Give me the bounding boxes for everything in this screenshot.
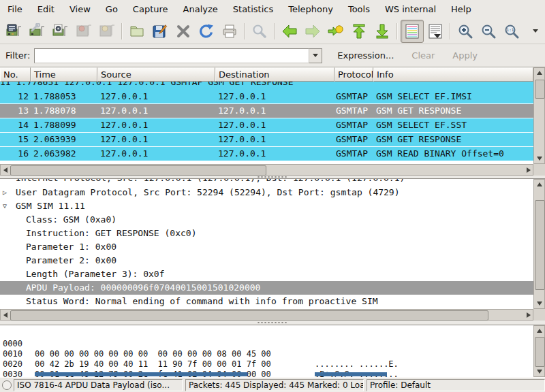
scroll-left-icon[interactable] [1, 310, 10, 320]
menu-analyze[interactable]: Analyze [176, 1, 225, 17]
expander-collapsed-icon[interactable]: ▷ [3, 186, 12, 199]
details-hscrollbar[interactable] [0, 309, 533, 321]
hex-row[interactable]: 0010 00 42 2b 19 40 00 40 11 11 90 7f 00… [0, 339, 533, 349]
reload-icon[interactable] [195, 20, 218, 43]
detail-row-status-word[interactable]: Status Word: Normal ending of command wi… [0, 295, 533, 308]
detail-row-class[interactable]: Class: GSM (0xa0) [0, 213, 533, 227]
column-header-destination[interactable]: Destination [215, 67, 334, 82]
detail-row-apdu-payload-selected[interactable]: APDU Payload: 000000096f0704001500150102… [0, 281, 533, 295]
capture-options-icon[interactable] [26, 20, 49, 43]
detail-row-parameter1[interactable]: Parameter 1: 0x00 [0, 240, 533, 254]
detail-row-parameter2[interactable]: Parameter 2: 0x00 [0, 254, 533, 267]
expander-expanded-icon[interactable]: ▽ [3, 199, 12, 213]
packet-list-hscrollbar[interactable] [0, 164, 533, 176]
packet-details-pane: Internet Protocol, Src: 127.0.0.1 (127.0… [0, 178, 545, 309]
packet-row[interactable]: 16 2.063982 127.0.0.1 127.0.0.1 GSMTAP G… [0, 147, 533, 161]
more-tools-icon[interactable] [527, 20, 544, 43]
scrollbar-corner [533, 309, 545, 321]
filter-input[interactable] [34, 48, 309, 63]
menu-tools[interactable]: Tools [341, 1, 377, 17]
chevron-down-icon [313, 54, 318, 57]
packet-list-header: No. Time Source Destination Protocol Inf… [0, 67, 533, 82]
menu-go[interactable]: Go [98, 1, 125, 17]
hex-row[interactable]: 0020 00 01 cc 46 12 79 00 2e fe 41 02 04… [0, 349, 533, 359]
restart-capture-icon[interactable] [95, 20, 119, 43]
scroll-thumb[interactable] [535, 80, 545, 99]
scroll-down-icon[interactable] [534, 367, 544, 376]
scroll-right-icon[interactable] [524, 310, 533, 320]
menu-edit[interactable]: Edit [30, 1, 62, 17]
list-interfaces-icon[interactable] [3, 20, 26, 43]
detail-row-udp[interactable]: ▷ User Datagram Protocol, Src Port: 5229… [0, 186, 533, 199]
detail-row-partial[interactable]: Internet Protocol, Src: 127.0.0.1 (127.0… [0, 179, 533, 185]
scroll-left-icon[interactable] [1, 165, 10, 175]
menu-ws-internal[interactable]: WS internal [377, 1, 443, 17]
start-capture-icon[interactable] [49, 20, 72, 43]
column-header-info[interactable]: Info [373, 67, 533, 82]
zoom-100-icon[interactable]: 1:1 [500, 20, 523, 43]
status-profile: Profile: Default [367, 379, 545, 391]
packet-row-partial[interactable]: 11 1.778651 127.0.0.1 127.0.0.1 GSMTAP G… [0, 82, 533, 90]
scroll-up-icon[interactable] [534, 68, 544, 78]
open-file-icon[interactable] [125, 20, 149, 43]
toolbar-separator [450, 23, 451, 39]
menu-view[interactable]: View [62, 1, 98, 17]
find-icon[interactable] [248, 20, 271, 43]
scroll-thumb[interactable] [535, 200, 545, 290]
menu-telephony[interactable]: Telephony [281, 1, 341, 17]
auto-scroll-icon[interactable] [424, 20, 447, 43]
main-toolbar: 1:1 [0, 18, 545, 44]
go-bottom-icon[interactable] [371, 20, 394, 43]
packet-row[interactable]: 12 1.788053 127.0.0.1 127.0.0.1 GSMTAP G… [0, 90, 533, 103]
scroll-down-icon[interactable] [534, 299, 544, 308]
detail-row-gsm-sim[interactable]: ▽ GSM SIM 11.11 [0, 199, 533, 213]
scroll-thumb[interactable] [10, 165, 266, 176]
close-file-icon[interactable] [172, 20, 195, 43]
go-top-icon[interactable] [347, 20, 371, 43]
hex-vscrollbar[interactable] [533, 325, 545, 377]
goto-packet-icon[interactable] [324, 20, 347, 43]
toolbar-separator [121, 23, 123, 39]
hex-dump-pane: 0000 00 00 00 00 00 00 00 00 00 00 00 00… [0, 325, 545, 377]
detail-row-length[interactable]: Length (Parameter 3): 0x0f [0, 267, 533, 281]
scroll-down-icon[interactable] [534, 154, 544, 163]
packet-row-selected[interactable]: 13 1.788078 127.0.0.1 127.0.0.1 GSMTAP G… [0, 104, 533, 118]
svg-text:1:1: 1:1 [507, 27, 514, 32]
scroll-up-icon[interactable] [534, 326, 544, 336]
column-header-no[interactable]: No. [0, 67, 31, 82]
menu-bar: File Edit View Go Capture Analyze Statis… [0, 0, 545, 19]
menu-help[interactable]: Help [443, 1, 479, 17]
column-header-protocol[interactable]: Protocol [334, 67, 373, 82]
scrollbar-corner [533, 164, 545, 176]
clear-button[interactable]: Clear [409, 49, 437, 62]
print-icon[interactable] [218, 20, 241, 43]
scroll-right-icon[interactable] [524, 165, 533, 175]
expert-info-button[interactable] [0, 380, 14, 390]
column-header-source[interactable]: Source [97, 67, 215, 82]
packet-row[interactable]: 14 1.788099 127.0.0.1 127.0.0.1 GSMTAP G… [0, 118, 533, 132]
colorize-icon[interactable] [401, 20, 424, 43]
details-vscrollbar[interactable] [533, 179, 545, 309]
detail-row-instruction[interactable]: Instruction: GET RESPONSE (0xc0) [0, 227, 533, 240]
packet-row[interactable]: 15 2.063939 127.0.0.1 127.0.0.1 GSMTAP G… [0, 133, 533, 146]
go-back-icon[interactable] [278, 20, 301, 43]
column-header-time[interactable]: Time [31, 67, 97, 82]
stop-capture-icon[interactable] [72, 20, 95, 43]
hex-row[interactable]: 0000 00 00 00 00 00 00 00 00 00 00 00 00… [0, 329, 533, 339]
hex-row[interactable]: 0030 00 00 00 00 00 00 00 00 00 00 a0 c0… [0, 359, 533, 370]
toolbar-separator [396, 23, 398, 39]
apply-button[interactable]: Apply [450, 49, 480, 62]
filter-dropdown-button[interactable] [309, 48, 322, 63]
scroll-thumb[interactable] [10, 310, 488, 321]
expression-button[interactable]: Expression... [334, 49, 396, 62]
scroll-up-icon[interactable] [534, 180, 544, 189]
zoom-out-icon[interactable] [477, 20, 500, 43]
packet-list-vscrollbar[interactable] [533, 67, 545, 164]
menu-capture[interactable]: Capture [125, 1, 176, 17]
menu-statistics[interactable]: Statistics [225, 1, 281, 17]
scroll-thumb[interactable] [535, 337, 545, 367]
zoom-in-icon[interactable] [454, 20, 477, 43]
menu-file[interactable]: File [0, 1, 30, 17]
go-forward-icon[interactable] [301, 20, 324, 43]
save-file-icon[interactable] [149, 20, 172, 43]
